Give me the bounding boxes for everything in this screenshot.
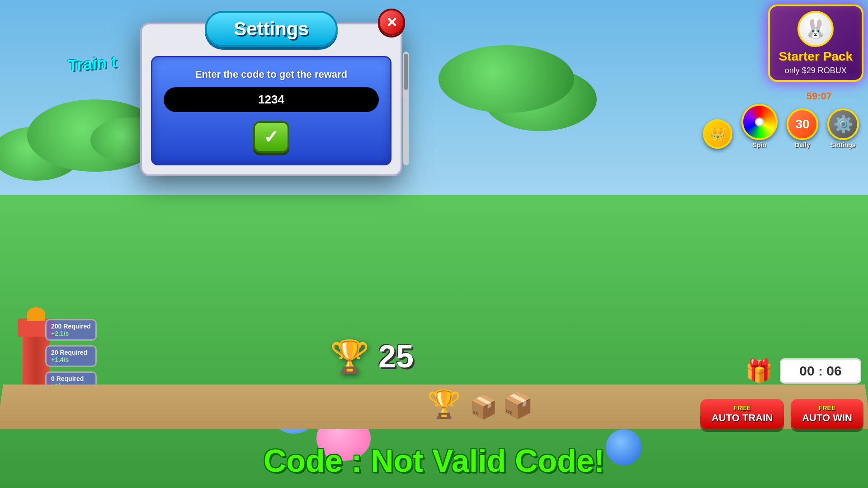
code-submit-button[interactable]: ✓	[253, 121, 289, 153]
spin-icon	[741, 104, 778, 140]
code-label: Enter the code to get the reward	[164, 69, 379, 80]
train-item-1: 200 Required +2.1/s	[45, 319, 97, 341]
trophy-area: 🏆 25	[330, 338, 414, 375]
settings-icon-label: Settings	[830, 141, 855, 149]
modal-title: Settings	[234, 18, 309, 39]
spin-button[interactable]: Spin	[741, 104, 778, 149]
gift-row: 🎁 00 : 06	[745, 358, 861, 384]
code-section: Enter the code to get the reward ✓	[151, 56, 392, 165]
submit-area: ✓	[164, 121, 379, 153]
bottom-message: Code : Not Valid Code!	[0, 443, 868, 479]
starter-mascot: 🐰	[797, 11, 834, 47]
trophy-icon: 🏆	[330, 338, 369, 375]
auto-train-main-label: AUTO TRAIN	[712, 412, 773, 423]
daily-button[interactable]: 30 Daily	[787, 108, 818, 149]
trophy-count: 25	[378, 338, 414, 375]
settings-gear-icon: ⚙️	[827, 108, 859, 140]
starter-pack-subtitle: only $29 ROBUX	[785, 66, 847, 75]
chest-1: 🏆	[427, 388, 461, 420]
daily-icon: 30	[787, 108, 818, 140]
auto-win-main-label: AUTO WIN	[802, 412, 852, 423]
gift-icon: 🎁	[745, 358, 773, 384]
settings-icon-button[interactable]: ⚙️ Settings	[827, 108, 859, 149]
modal-header: Settings ✕	[151, 11, 392, 47]
code-input[interactable]	[177, 93, 365, 107]
train-item-2: 20 Required +1.4/s	[45, 345, 97, 367]
auto-win-free-label: FREE	[802, 404, 852, 412]
daily-label: Daily	[795, 141, 810, 149]
modal-close-button[interactable]: ✕	[378, 9, 405, 36]
chest-3: 📦	[502, 391, 533, 420]
submit-checkmark-icon: ✓	[264, 127, 279, 147]
auto-train-button[interactable]: FREE AUTO TRAIN	[700, 399, 784, 429]
auto-train-free-label: FREE	[712, 404, 773, 412]
bush-5	[439, 45, 574, 113]
pack-timer: 59:07	[807, 90, 832, 102]
modal-title-box: Settings	[205, 11, 338, 47]
crown-icon-circle: 👑	[703, 119, 732, 149]
crown-button[interactable]: 👑	[703, 119, 732, 149]
code-input-wrapper	[164, 87, 379, 112]
auto-buttons-row: FREE AUTO TRAIN FREE AUTO WIN	[700, 399, 863, 429]
auto-win-button[interactable]: FREE AUTO WIN	[791, 399, 863, 429]
gift-timer-box: 00 : 06	[780, 358, 861, 384]
starter-pack-title: Starter Pack	[779, 49, 853, 64]
modal-scrollbar-thumb	[404, 54, 408, 90]
icon-buttons-row: 👑 Spin 30 Daily ⚙️ Settings	[703, 104, 859, 149]
spin-label: Spin	[753, 141, 766, 149]
settings-modal: Settings ✕ Enter the code to get the rew…	[140, 23, 402, 176]
modal-scrollbar[interactable]	[403, 52, 409, 165]
chest-2: 📦	[469, 394, 497, 420]
game-background: Train t 200 Required +2.1/s 20 Required …	[0, 0, 868, 488]
starter-pack[interactable]: 🐰 Starter Pack only $29 ROBUX	[768, 5, 863, 82]
